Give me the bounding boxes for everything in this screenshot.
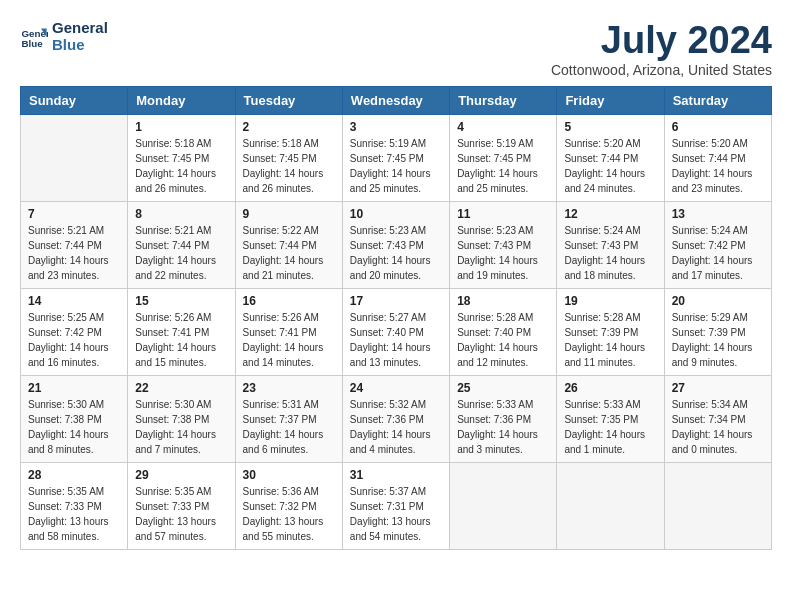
day-number: 29 <box>135 468 227 482</box>
day-cell: 3Sunrise: 5:19 AM Sunset: 7:45 PM Daylig… <box>342 114 449 201</box>
day-cell: 29Sunrise: 5:35 AM Sunset: 7:33 PM Dayli… <box>128 462 235 549</box>
day-info: Sunrise: 5:22 AM Sunset: 7:44 PM Dayligh… <box>243 223 335 283</box>
day-info: Sunrise: 5:27 AM Sunset: 7:40 PM Dayligh… <box>350 310 442 370</box>
day-info: Sunrise: 5:18 AM Sunset: 7:45 PM Dayligh… <box>135 136 227 196</box>
day-info: Sunrise: 5:30 AM Sunset: 7:38 PM Dayligh… <box>135 397 227 457</box>
day-number: 4 <box>457 120 549 134</box>
day-cell <box>557 462 664 549</box>
day-info: Sunrise: 5:20 AM Sunset: 7:44 PM Dayligh… <box>564 136 656 196</box>
day-number: 9 <box>243 207 335 221</box>
day-cell: 31Sunrise: 5:37 AM Sunset: 7:31 PM Dayli… <box>342 462 449 549</box>
logo-blue: Blue <box>52 37 108 54</box>
day-info: Sunrise: 5:34 AM Sunset: 7:34 PM Dayligh… <box>672 397 764 457</box>
logo-general: General <box>52 20 108 37</box>
header-tuesday: Tuesday <box>235 86 342 114</box>
week-row-2: 7Sunrise: 5:21 AM Sunset: 7:44 PM Daylig… <box>21 201 772 288</box>
day-info: Sunrise: 5:33 AM Sunset: 7:36 PM Dayligh… <box>457 397 549 457</box>
day-cell: 1Sunrise: 5:18 AM Sunset: 7:45 PM Daylig… <box>128 114 235 201</box>
day-number: 16 <box>243 294 335 308</box>
day-cell: 5Sunrise: 5:20 AM Sunset: 7:44 PM Daylig… <box>557 114 664 201</box>
day-info: Sunrise: 5:29 AM Sunset: 7:39 PM Dayligh… <box>672 310 764 370</box>
day-info: Sunrise: 5:19 AM Sunset: 7:45 PM Dayligh… <box>350 136 442 196</box>
header-monday: Monday <box>128 86 235 114</box>
day-number: 30 <box>243 468 335 482</box>
day-cell: 13Sunrise: 5:24 AM Sunset: 7:42 PM Dayli… <box>664 201 771 288</box>
header-wednesday: Wednesday <box>342 86 449 114</box>
day-cell: 19Sunrise: 5:28 AM Sunset: 7:39 PM Dayli… <box>557 288 664 375</box>
day-cell: 8Sunrise: 5:21 AM Sunset: 7:44 PM Daylig… <box>128 201 235 288</box>
day-cell: 30Sunrise: 5:36 AM Sunset: 7:32 PM Dayli… <box>235 462 342 549</box>
day-cell: 10Sunrise: 5:23 AM Sunset: 7:43 PM Dayli… <box>342 201 449 288</box>
day-info: Sunrise: 5:24 AM Sunset: 7:42 PM Dayligh… <box>672 223 764 283</box>
day-number: 7 <box>28 207 120 221</box>
day-cell <box>21 114 128 201</box>
day-cell <box>664 462 771 549</box>
day-info: Sunrise: 5:35 AM Sunset: 7:33 PM Dayligh… <box>135 484 227 544</box>
day-info: Sunrise: 5:21 AM Sunset: 7:44 PM Dayligh… <box>135 223 227 283</box>
day-info: Sunrise: 5:18 AM Sunset: 7:45 PM Dayligh… <box>243 136 335 196</box>
day-number: 13 <box>672 207 764 221</box>
day-cell: 7Sunrise: 5:21 AM Sunset: 7:44 PM Daylig… <box>21 201 128 288</box>
day-number: 24 <box>350 381 442 395</box>
day-info: Sunrise: 5:23 AM Sunset: 7:43 PM Dayligh… <box>350 223 442 283</box>
day-info: Sunrise: 5:26 AM Sunset: 7:41 PM Dayligh… <box>243 310 335 370</box>
day-cell: 6Sunrise: 5:20 AM Sunset: 7:44 PM Daylig… <box>664 114 771 201</box>
day-number: 23 <box>243 381 335 395</box>
day-info: Sunrise: 5:36 AM Sunset: 7:32 PM Dayligh… <box>243 484 335 544</box>
day-number: 31 <box>350 468 442 482</box>
day-cell: 15Sunrise: 5:26 AM Sunset: 7:41 PM Dayli… <box>128 288 235 375</box>
day-info: Sunrise: 5:20 AM Sunset: 7:44 PM Dayligh… <box>672 136 764 196</box>
week-row-5: 28Sunrise: 5:35 AM Sunset: 7:33 PM Dayli… <box>21 462 772 549</box>
day-cell: 9Sunrise: 5:22 AM Sunset: 7:44 PM Daylig… <box>235 201 342 288</box>
day-info: Sunrise: 5:28 AM Sunset: 7:40 PM Dayligh… <box>457 310 549 370</box>
day-number: 26 <box>564 381 656 395</box>
logo: General Blue General Blue <box>20 20 108 53</box>
day-info: Sunrise: 5:31 AM Sunset: 7:37 PM Dayligh… <box>243 397 335 457</box>
day-cell <box>450 462 557 549</box>
day-info: Sunrise: 5:26 AM Sunset: 7:41 PM Dayligh… <box>135 310 227 370</box>
day-cell: 2Sunrise: 5:18 AM Sunset: 7:45 PM Daylig… <box>235 114 342 201</box>
day-cell: 11Sunrise: 5:23 AM Sunset: 7:43 PM Dayli… <box>450 201 557 288</box>
svg-text:Blue: Blue <box>21 37 43 48</box>
header-friday: Friday <box>557 86 664 114</box>
day-cell: 18Sunrise: 5:28 AM Sunset: 7:40 PM Dayli… <box>450 288 557 375</box>
day-number: 10 <box>350 207 442 221</box>
header-sunday: Sunday <box>21 86 128 114</box>
day-cell: 21Sunrise: 5:30 AM Sunset: 7:38 PM Dayli… <box>21 375 128 462</box>
day-number: 2 <box>243 120 335 134</box>
day-number: 6 <box>672 120 764 134</box>
day-cell: 12Sunrise: 5:24 AM Sunset: 7:43 PM Dayli… <box>557 201 664 288</box>
week-row-3: 14Sunrise: 5:25 AM Sunset: 7:42 PM Dayli… <box>21 288 772 375</box>
day-cell: 24Sunrise: 5:32 AM Sunset: 7:36 PM Dayli… <box>342 375 449 462</box>
day-info: Sunrise: 5:28 AM Sunset: 7:39 PM Dayligh… <box>564 310 656 370</box>
day-info: Sunrise: 5:19 AM Sunset: 7:45 PM Dayligh… <box>457 136 549 196</box>
day-number: 17 <box>350 294 442 308</box>
day-cell: 16Sunrise: 5:26 AM Sunset: 7:41 PM Dayli… <box>235 288 342 375</box>
day-cell: 4Sunrise: 5:19 AM Sunset: 7:45 PM Daylig… <box>450 114 557 201</box>
day-number: 25 <box>457 381 549 395</box>
day-number: 5 <box>564 120 656 134</box>
day-cell: 28Sunrise: 5:35 AM Sunset: 7:33 PM Dayli… <box>21 462 128 549</box>
day-number: 3 <box>350 120 442 134</box>
day-cell: 20Sunrise: 5:29 AM Sunset: 7:39 PM Dayli… <box>664 288 771 375</box>
calendar-header-row: SundayMondayTuesdayWednesdayThursdayFrid… <box>21 86 772 114</box>
week-row-1: 1Sunrise: 5:18 AM Sunset: 7:45 PM Daylig… <box>21 114 772 201</box>
day-info: Sunrise: 5:32 AM Sunset: 7:36 PM Dayligh… <box>350 397 442 457</box>
location: Cottonwood, Arizona, United States <box>551 62 772 78</box>
day-cell: 26Sunrise: 5:33 AM Sunset: 7:35 PM Dayli… <box>557 375 664 462</box>
day-info: Sunrise: 5:35 AM Sunset: 7:33 PM Dayligh… <box>28 484 120 544</box>
day-number: 20 <box>672 294 764 308</box>
day-cell: 17Sunrise: 5:27 AM Sunset: 7:40 PM Dayli… <box>342 288 449 375</box>
header-thursday: Thursday <box>450 86 557 114</box>
day-number: 28 <box>28 468 120 482</box>
day-info: Sunrise: 5:37 AM Sunset: 7:31 PM Dayligh… <box>350 484 442 544</box>
day-number: 12 <box>564 207 656 221</box>
month-title: July 2024 <box>551 20 772 62</box>
title-block: July 2024 Cottonwood, Arizona, United St… <box>551 20 772 78</box>
day-number: 14 <box>28 294 120 308</box>
day-number: 19 <box>564 294 656 308</box>
day-info: Sunrise: 5:24 AM Sunset: 7:43 PM Dayligh… <box>564 223 656 283</box>
page-header: General Blue General Blue July 2024 Cott… <box>20 20 772 78</box>
day-number: 8 <box>135 207 227 221</box>
calendar-table: SundayMondayTuesdayWednesdayThursdayFrid… <box>20 86 772 550</box>
